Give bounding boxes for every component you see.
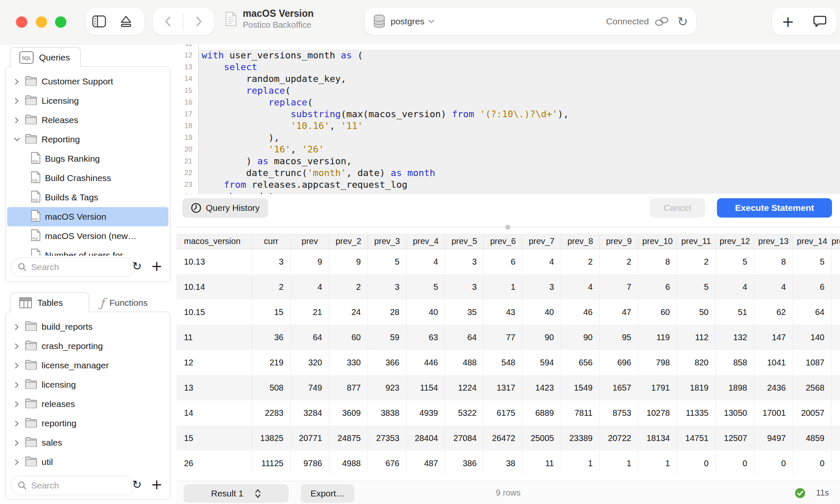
tables-search-field[interactable]: Search [10, 476, 135, 495]
add-query-icon[interactable]: + [151, 258, 163, 274]
minimize-window-button[interactable] [36, 16, 47, 28]
table-row[interactable]: 10.13399543642282585 [176, 249, 840, 274]
query-tree-item[interactable]: SQLmacOS Version [7, 207, 168, 226]
tree-disclosure[interactable] [13, 382, 21, 388]
tab-tables-label: Tables [37, 298, 63, 308]
tree-disclosure[interactable] [13, 324, 21, 330]
query-tree-item[interactable]: SQLBuild Crashiness [7, 168, 168, 188]
table-cell: 23389 [561, 425, 600, 451]
table-icon [19, 297, 32, 309]
query-history-button[interactable]: Query History [182, 198, 268, 218]
table-cell-clipped [832, 299, 840, 325]
tree-disclosure[interactable] [13, 98, 21, 104]
execute-statement-button[interactable]: Execute Statement [717, 198, 832, 218]
tab-queries[interactable]: SQL Queries [10, 47, 81, 67]
column-header[interactable]: macos_version [176, 234, 252, 249]
tree-disclosure[interactable] [13, 79, 21, 85]
results-table[interactable]: macos_versioncurrprevprev_2prev_3prev_4p… [176, 234, 840, 475]
column-header[interactable]: prev_4 [407, 234, 445, 249]
column-header[interactable]: prev_6 [484, 234, 522, 249]
reconnect-icon[interactable]: ↻ [677, 14, 688, 29]
refresh-tables-icon[interactable]: ↻ [132, 478, 142, 491]
column-header[interactable]: prev_3 [368, 234, 407, 249]
column-header[interactable]: prev_2 [329, 234, 368, 249]
column-header[interactable]: prev_5 [445, 234, 484, 249]
column-header[interactable]: prev_15 [832, 234, 840, 249]
column-header[interactable]: prev_8 [561, 234, 600, 249]
chevron-down-icon[interactable] [428, 19, 435, 24]
export-button[interactable]: Export… [301, 484, 354, 503]
table-row[interactable]: 1422833284360938384939532261756889781187… [176, 400, 840, 425]
new-item-button[interactable]: + [772, 8, 804, 35]
column-header[interactable]: prev [291, 234, 329, 249]
forward-button[interactable] [184, 8, 214, 35]
toggle-sidebar-button[interactable] [86, 8, 113, 35]
disconnect-button[interactable] [113, 8, 139, 35]
column-header[interactable]: prev_10 [638, 234, 677, 249]
column-header[interactable]: prev_13 [754, 234, 793, 249]
cancel-button[interactable]: Cancel [650, 198, 705, 218]
table-cell: 366 [368, 350, 407, 375]
database-selector[interactable]: postgres [391, 16, 425, 26]
table-tree-item[interactable]: sales [7, 433, 168, 452]
feedback-button[interactable] [804, 8, 836, 35]
tree-disclosure[interactable] [13, 343, 21, 349]
table-cell: 4988 [329, 451, 368, 475]
table-cell: 2 [329, 274, 368, 299]
query-tree-item[interactable]: SQLBuilds & Tags [7, 188, 168, 207]
table-row[interactable]: 26111259786498867648738638111110000 [176, 451, 840, 475]
result-selector[interactable]: Result 1 [184, 484, 289, 503]
splitter-drag-handle[interactable] [505, 225, 510, 230]
refresh-queries-icon[interactable]: ↻ [132, 260, 142, 273]
table-tree-item[interactable]: reporting [7, 414, 168, 433]
table-row[interactable]: 10.15152124284035434046476050516264 [176, 299, 840, 325]
table-tree-item[interactable]: licensing [7, 375, 168, 394]
table-cell: 17001 [754, 400, 793, 425]
query-tree-label: Builds & Tags [45, 192, 98, 202]
tree-disclosure[interactable] [13, 401, 21, 407]
column-header[interactable]: prev_12 [716, 234, 754, 249]
column-header[interactable]: prev_9 [600, 234, 638, 249]
table-cell: 2 [252, 274, 291, 299]
table-row[interactable]: 1136646059636477909095119112132147140 [176, 325, 840, 350]
tree-disclosure[interactable] [13, 137, 21, 142]
query-tree-item[interactable]: Licensing [7, 91, 168, 110]
column-header[interactable]: prev_11 [677, 234, 716, 249]
query-tree-item[interactable]: Customer Support [7, 72, 168, 91]
zoom-window-button[interactable] [55, 16, 66, 28]
query-tree-item[interactable]: SQLmacOS Version (new… [7, 226, 168, 246]
table-row[interactable]: 10.14242353134765446 [176, 274, 840, 299]
code-line: 12with user_versions_month as ( [176, 50, 840, 61]
table-cell: 5 [677, 274, 716, 299]
queries-search-field[interactable]: Search [10, 257, 135, 277]
table-row[interactable]: 1221932033036644648854859465669679882085… [176, 350, 840, 375]
column-header[interactable]: prev_7 [522, 234, 561, 249]
table-cell: 24875 [329, 425, 368, 451]
query-tree-item[interactable]: Reporting [7, 130, 168, 149]
tree-disclosure[interactable] [13, 420, 21, 427]
table-tree-item[interactable]: releases [7, 394, 168, 414]
tab-functions[interactable]: ƒ Functions [100, 296, 147, 310]
close-window-button[interactable] [16, 16, 27, 28]
table-tree-item[interactable]: license_manager [7, 356, 168, 375]
sql-editor[interactable]: 1112with user_versions_month as (13 sele… [176, 44, 840, 194]
column-header[interactable]: prev_14 [793, 234, 832, 249]
tree-disclosure[interactable] [13, 117, 21, 123]
tree-disclosure[interactable] [13, 440, 21, 446]
table-tree-item[interactable]: crash_reporting [7, 336, 168, 356]
add-table-icon[interactable]: + [151, 476, 163, 493]
back-button[interactable] [153, 8, 183, 35]
table-cell: 26 [176, 451, 252, 475]
table-tree-item[interactable]: build_reports [7, 317, 168, 336]
tab-tables[interactable]: Tables [10, 292, 89, 312]
tree-disclosure[interactable] [13, 459, 21, 465]
query-tree-item[interactable]: SQLNumber of users for… [7, 246, 168, 256]
tree-disclosure[interactable] [13, 362, 21, 369]
line-number: 19 [176, 132, 198, 144]
query-tree-item[interactable]: Releases [7, 110, 168, 130]
table-tree-item[interactable]: util [7, 452, 168, 472]
table-row[interactable]: 1350874987792311541224131714231549165717… [176, 375, 840, 400]
column-header[interactable]: curr [252, 234, 291, 249]
table-row[interactable]: 1513825207712487527353284042708426472250… [176, 425, 840, 451]
query-tree-item[interactable]: SQLBugs Ranking [7, 149, 168, 168]
